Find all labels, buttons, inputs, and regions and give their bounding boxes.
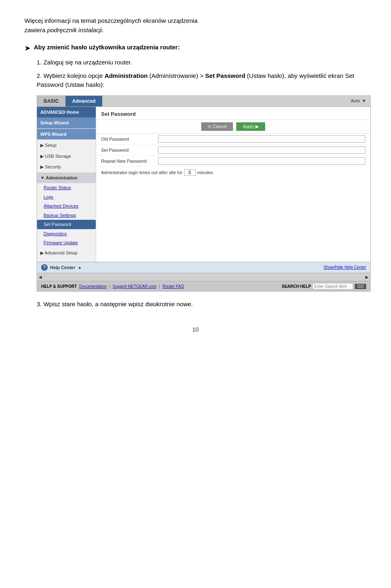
footer-search-input[interactable] — [312, 283, 353, 290]
footer-support-link[interactable]: Support NETGEAR.com — [112, 283, 156, 290]
footer-go-button[interactable]: GO — [355, 284, 366, 289]
sidebar-section-administration[interactable]: ▼ Administration — [37, 172, 96, 183]
sidebar-item-setup-wizard[interactable]: Setup Wizard — [37, 117, 96, 128]
tab-advanced[interactable]: Advanced — [66, 96, 102, 106]
sidebar-item-usb-storage[interactable]: ▶ USB Storage — [37, 151, 96, 162]
old-password-label: Old Password — [101, 136, 158, 143]
step1-text: Zaloguj się na urządzeniu router. — [44, 59, 132, 66]
intro-italic: podręcznik instalacji — [47, 27, 102, 33]
footer-documentation-link[interactable]: Documentation — [79, 283, 107, 290]
step2-bold2: Set Password — [205, 72, 245, 79]
router-body: ADVANCED Home Setup Wizard WPS Wizard ▶ … — [37, 107, 370, 262]
auto-arrow-icon: ▼ — [362, 97, 366, 104]
repeat-password-row: Repeat New Password — [96, 156, 370, 167]
sidebar-subitem-diagnostics[interactable]: Diagnostics — [37, 229, 96, 239]
old-password-row: Old Password — [96, 134, 370, 145]
help-icon: ? — [41, 264, 48, 271]
idle-timeout-input[interactable] — [184, 169, 196, 176]
step3: 3. Wpisz stare hasło, a następnie wpisz … — [37, 300, 367, 309]
router-footer: HELP & SUPPORT Documentation | Support N… — [37, 281, 370, 291]
step2-text-mid: (Administrowanie) > — [147, 72, 205, 79]
sidebar-item-wps-wizard[interactable]: WPS Wizard — [37, 129, 96, 140]
idle-timeout-row: Administrator login times out after idle… — [96, 167, 370, 179]
sidebar-subitem-firmware-update[interactable]: Firmware Update — [37, 238, 96, 248]
help-toggle-link[interactable]: Show/Hide Help Center — [324, 264, 367, 270]
router-sidebar: ADVANCED Home Setup Wizard WPS Wizard ▶ … — [37, 107, 96, 262]
router-screenshot: BASIC Advanced Auto ▼ ADVANCED Home Setu… — [37, 95, 371, 292]
idle-text-before: Administrator login times out after idle… — [101, 169, 182, 176]
footer-right: SEARCH HELP GO — [282, 283, 366, 290]
set-password-row: Set Password — [96, 145, 370, 156]
sidebar-item-advanced-home[interactable]: ADVANCED Home — [37, 107, 96, 118]
repeat-password-label: Repeat New Password — [101, 158, 158, 165]
sidebar-subitem-logs[interactable]: Logs — [37, 192, 96, 202]
repeat-password-input[interactable] — [158, 157, 365, 165]
footer-help-support-label: HELP & SUPPORT — [41, 283, 77, 290]
set-password-label: Set Password — [101, 147, 158, 154]
intro-line1: Więcej informacji na temat poszczególnyc… — [24, 17, 198, 24]
sidebar-item-setup[interactable]: ▶ Setup — [37, 140, 96, 151]
old-password-input[interactable] — [158, 135, 365, 143]
footer-router-faq-link[interactable]: Router FAQ — [163, 283, 184, 290]
sidebar-subitem-router-status[interactable]: Router Status — [37, 183, 96, 192]
section-title: Aby zmienić hasło użytkownika urządzenia… — [34, 43, 180, 52]
step2: 2. Wybierz kolejno opcje Administration … — [37, 71, 367, 90]
intro-line2: zawiera — [24, 27, 47, 33]
section-header: ➤ Aby zmienić hasło użytkownika urządzen… — [24, 43, 367, 54]
page-number: 10 — [24, 325, 367, 334]
help-left: ? Help Center ▲ — [41, 264, 82, 271]
intro-paragraph: Więcej informacji na temat poszczególnyc… — [24, 16, 367, 35]
step1: 1. Zaloguj się na urządzeniu router. — [37, 58, 367, 67]
help-title: Help Center — [50, 264, 75, 271]
step2-bold1: Administration — [105, 72, 148, 79]
step2-num: 2. — [37, 72, 42, 79]
footer-sep1: | — [109, 283, 110, 290]
footer-sep2: | — [159, 283, 160, 290]
footer-search-help-label: SEARCH HELP — [282, 283, 311, 290]
tab-auto[interactable]: Auto ▼ — [347, 96, 370, 106]
intro-line2-end: . — [102, 27, 103, 33]
scroll-left-icon[interactable]: ◀ — [39, 274, 42, 280]
idle-text-after: minutes. — [197, 169, 214, 176]
tab-basic[interactable]: BASIC — [37, 96, 66, 106]
step2-text-before: Wybierz kolejno opcje — [44, 72, 105, 79]
arrow-icon: ➤ — [24, 43, 31, 54]
footer-left: HELP & SUPPORT Documentation | Support N… — [41, 283, 184, 290]
apply-button[interactable]: Apply ▶ — [236, 122, 265, 131]
router-tabs: BASIC Advanced Auto ▼ — [37, 96, 370, 107]
sidebar-item-security[interactable]: ▶ Security — [37, 161, 96, 172]
step1-num: 1. — [37, 59, 42, 66]
router-main-content: Set Password ✕ Cancel Apply ▶ Old Passwo… — [96, 107, 370, 262]
scroll-right-icon[interactable]: ▶ — [365, 274, 369, 280]
main-title: Set Password — [96, 107, 370, 120]
help-chevron-icon: ▲ — [78, 264, 82, 270]
scroll-bar: ◀ ▶ — [37, 273, 370, 281]
help-center-bar: ? Help Center ▲ Show/Hide Help Center — [37, 262, 370, 273]
sidebar-subitem-backup-settings[interactable]: Backup Settings — [37, 211, 96, 220]
sidebar-subitem-set-password[interactable]: Set Password — [37, 220, 96, 229]
cancel-button[interactable]: ✕ Cancel — [201, 122, 233, 131]
step3-num: 3. — [37, 301, 42, 307]
step3-text: Wpisz stare hasło, a następnie wpisz dwu… — [44, 301, 193, 307]
sidebar-item-advanced-setup[interactable]: ▶ Advanced Setup — [37, 248, 96, 259]
main-actions: ✕ Cancel Apply ▶ — [96, 120, 370, 134]
set-password-input[interactable] — [158, 146, 365, 154]
sidebar-subitem-attached-devices[interactable]: Attached Devices — [37, 201, 96, 211]
